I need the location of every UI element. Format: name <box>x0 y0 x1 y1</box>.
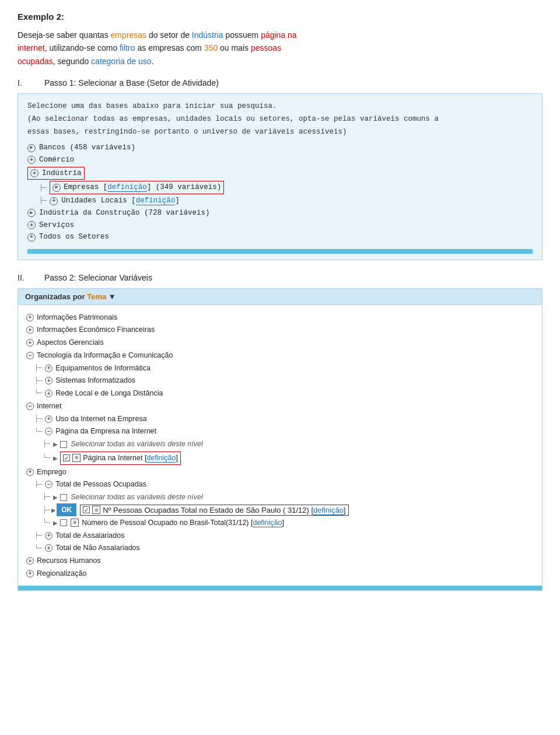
tree-item-rede-local[interactable]: └─ + Rede Local e de Longa Distância <box>34 387 534 400</box>
dropdown-arrow[interactable]: ▼ <box>108 292 116 301</box>
arrow-icon: ▶ <box>53 493 58 502</box>
plus-icon: + <box>30 169 38 177</box>
page-icon: ⊞ <box>92 506 100 514</box>
item-label: Regionalização <box>37 568 86 579</box>
item-label-italic: Selecionar todas as variáveis deste níve… <box>71 439 203 450</box>
tree-item-pessoal-brasil[interactable]: └─ ▶ ⊞ Número de Pessoal Ocupado no Bras… <box>43 516 534 529</box>
tree-item-tecnologia[interactable]: − Tecnologia da Informação e Comunicação <box>26 349 534 362</box>
item-label: Comércio <box>39 155 74 166</box>
tree-item-comercio[interactable]: + Comércio <box>27 154 533 166</box>
tree-item-unidades-locais[interactable]: ├─ + Unidades Locais [definição] <box>39 195 533 207</box>
plus-icon: + <box>50 197 58 205</box>
def-link[interactable]: definição <box>253 519 282 527</box>
tree-item-recursos-humanos[interactable]: + Recursos Humanos <box>26 555 534 568</box>
def-link[interactable]: definição <box>313 506 344 515</box>
empresas-highlighted: ▶ Empresas [definição] (349 variáveis) <box>50 181 224 194</box>
item-label: Número de Pessoal Ocupado no Brasil-Tota… <box>82 517 284 528</box>
tree-item-patrimonais[interactable]: + Informações Patrimonais <box>26 311 534 324</box>
tree-item-sistemas[interactable]: ├─ + Sistemas Informatizados <box>34 374 534 387</box>
tree-item-equipamentos[interactable]: ├─ + Equipamentos de Informática <box>34 362 534 374</box>
def-link[interactable]: definição <box>146 454 176 463</box>
def-link[interactable]: definição <box>136 197 176 205</box>
tree-item-emprego[interactable]: + Emprego <box>26 466 534 478</box>
highlight-industria: Indústria <box>192 30 223 40</box>
checkbox-checked[interactable]: ✓ <box>83 506 90 513</box>
section1-num: I. <box>18 78 35 88</box>
tree-item-uso-internet[interactable]: ├─ + Uso da Internet na Empresa <box>34 412 534 425</box>
item-label: Tecnologia da Informação e Comunicação <box>37 350 173 361</box>
panel2-body: + Informações Patrimonais + Informações … <box>18 305 542 586</box>
panel2-header: Organizadas por Tema ▼ <box>18 289 542 305</box>
tree-item-pagina-empresa[interactable]: └─ − Página da Empresa na Internet <box>34 425 534 438</box>
tree-connector: ├─ <box>43 439 50 449</box>
plus-icon: + <box>45 544 52 552</box>
tree-item-assalariados[interactable]: ├─ + Total de Assalariados <box>34 529 534 542</box>
tree-item-internet[interactable]: − Internet <box>26 400 534 412</box>
plus-icon: + <box>45 415 52 423</box>
tema-link[interactable]: Tema <box>87 292 106 301</box>
item-label: Empresas [definição] (349 variáveis) <box>64 182 221 193</box>
panel2: Organizadas por Tema ▼ + Informações Pat… <box>18 288 542 591</box>
tree-item-pagina-internet[interactable]: └─ ▶ ✓ ⊞ Página na Internet [definição] <box>43 450 534 466</box>
arrow-icon: ▶ <box>51 507 56 513</box>
minus-icon: − <box>45 428 52 435</box>
item-label: Aspectos Gerenciais <box>37 337 104 348</box>
tree-item-total-pessoas[interactable]: ├─ − Total de Pessoas Ocupadas <box>34 478 534 491</box>
tree-item-bancos[interactable]: ▶ Bancos (458 variáveis) <box>27 142 533 154</box>
item-label: Equipamentos de Informática <box>55 363 150 374</box>
checkbox-unchecked[interactable] <box>60 519 67 526</box>
item-label-italic: Selecionar todas as variáveis deste níve… <box>71 492 203 503</box>
checkbox-unchecked[interactable] <box>60 494 67 501</box>
tree-item-todos-setores[interactable]: + Todos os Setores <box>27 231 533 243</box>
item-label: Uso da Internet na Empresa <box>55 414 146 425</box>
tree-item-gerenciais[interactable]: + Aspectos Gerenciais <box>26 337 534 349</box>
tree-item-select-all-nivel1[interactable]: ├─ ▶ Selecionar todas as variáveis deste… <box>43 438 534 451</box>
ok-button[interactable]: OK <box>57 503 76 516</box>
page-icon: ⊞ <box>72 454 80 462</box>
tree-connector: ├─ <box>34 531 42 541</box>
arrow-icon: ▶ <box>53 519 58 527</box>
plus-icon: + <box>26 468 34 476</box>
item-label: Total de Assalariados <box>55 530 124 541</box>
tree-item-industria[interactable]: + Indústria <box>27 166 533 181</box>
item-label: Total de Pessoas Ocupadas <box>55 479 146 490</box>
panel1: Selecione uma das bases abaixo para inic… <box>18 93 542 260</box>
item-label: Página da Empresa na Internet <box>55 426 156 437</box>
tree-item-servicos[interactable]: + Serviços <box>27 219 533 232</box>
tree-item-construcao[interactable]: ▶ Indústria da Construção (728 variáveis… <box>27 207 533 219</box>
def-link[interactable]: definição <box>107 183 147 192</box>
tree-connector: ├─ <box>34 480 42 490</box>
plus-icon: + <box>27 156 36 164</box>
checkbox-unchecked[interactable] <box>60 441 67 448</box>
panel1-bottom-bar <box>27 249 533 254</box>
tree-item-empresas[interactable]: ├─ ▶ Empresas [definição] (349 variáveis… <box>39 180 533 195</box>
panel1-line3: essas bases, restringindo-se portanto o … <box>27 128 533 136</box>
tree-connector: ├─ <box>34 376 42 386</box>
tree-item-nao-assalariados[interactable]: └─ + Total de Não Assalariados <box>34 542 534 555</box>
intro-paragraph: Deseja-se saber quantas empresas do seto… <box>18 29 542 68</box>
play-icon: ▶ <box>27 209 36 217</box>
plus-icon: + <box>45 532 52 540</box>
highlight-filtro: filtro <box>120 43 135 52</box>
tree-connector: ├─ <box>39 183 47 193</box>
plus-icon: + <box>27 221 36 229</box>
plus-icon: + <box>45 365 52 372</box>
pagina-internet-highlighted: ✓ ⊞ Página na Internet [definição] <box>60 452 181 465</box>
highlight-categoria: categoria de uso <box>91 57 152 66</box>
arrow-icon: ▶ <box>53 440 58 449</box>
item-label: Bancos (458 variáveis) <box>39 142 135 153</box>
tree-connector: └─ <box>34 427 42 437</box>
tree-item-select-all-nivel2[interactable]: ├─ ▶ Selecionar todas as variáveis deste… <box>43 491 534 504</box>
item-label: Total de Não Assalariados <box>55 542 140 554</box>
item-label: Rede Local e de Longa Distância <box>55 388 163 399</box>
item-label: Sistemas Informatizados <box>55 375 135 386</box>
tree-item-economico[interactable]: + Informações Econômico Financeiras <box>26 324 534 337</box>
section2-title: Passo 2: Selecionar Variáveis <box>44 273 152 282</box>
tree-item-np-pessoas[interactable]: ├─ ▶ OK ✓ ⊞ Nº Pessoas Ocupadas Total no… <box>43 503 534 516</box>
tree-connector: └─ <box>34 544 42 554</box>
checkbox-checked[interactable]: ✓ <box>63 454 70 461</box>
section2-heading: II. Passo 2: Selecionar Variáveis <box>18 273 542 282</box>
minus-icon: − <box>26 402 34 410</box>
tree-item-regionalizacao[interactable]: + Regionalização <box>26 567 534 580</box>
plus-icon: + <box>26 326 34 334</box>
